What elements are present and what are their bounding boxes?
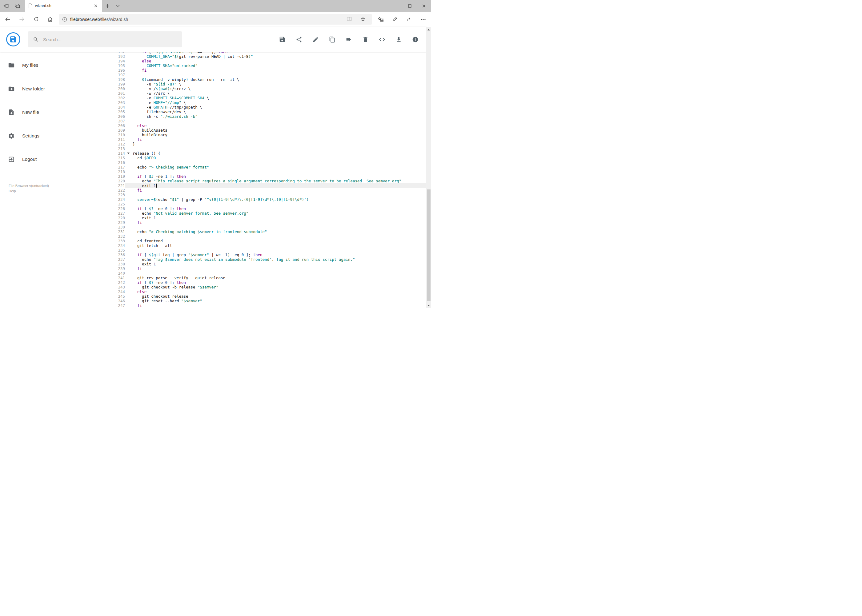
- code-line[interactable]: 199 -u "$(id -u)" \: [88, 82, 426, 86]
- code-line[interactable]: 224 semver=$(echo "$1" | grep -P '^v(0|[…: [88, 197, 426, 202]
- code-line[interactable]: 214release () {: [88, 151, 426, 156]
- code-line[interactable]: 216: [88, 160, 426, 165]
- code-line[interactable]: 241 git rev-parse --verify --quiet relea…: [88, 275, 426, 280]
- code-line[interactable]: 205 filebrowser/dev \: [88, 110, 426, 114]
- browser-tab[interactable]: wizard.sh: [25, 0, 102, 12]
- code-line[interactable]: 219 if [ $# -ne 1 ]; then: [88, 174, 426, 179]
- info-button[interactable]: [411, 36, 419, 43]
- code-line[interactable]: 200 -v /$(pwd):/src:z \: [88, 86, 426, 91]
- forward-icon[interactable]: [15, 12, 29, 27]
- tab-list-chevron-icon[interactable]: [113, 0, 123, 12]
- tab-close-icon[interactable]: [92, 4, 99, 7]
- code-editor[interactable]: 192 if [ "$(git status -s)" == "" ]; the…: [88, 52, 426, 308]
- scrollbar-thumb[interactable]: [427, 189, 430, 301]
- tabs-set-aside-icon[interactable]: [3, 3, 9, 9]
- site-info-icon[interactable]: [62, 17, 67, 22]
- code-line[interactable]: 227 echo "Not valid semver format. See s…: [88, 211, 426, 215]
- code-line[interactable]: 193 COMMIT_SHA="$(git rev-parse HEAD | c…: [88, 54, 426, 59]
- scroll-up-icon[interactable]: [426, 27, 431, 32]
- sidebar-item-new-folder[interactable]: New folder: [0, 77, 88, 101]
- code-line[interactable]: 246 git reset --hard "$semver": [88, 299, 426, 303]
- code-line[interactable]: 212}: [88, 142, 426, 146]
- code-line[interactable]: 217 echo "> Checking semver format": [88, 165, 426, 170]
- sidebar-item-my-files[interactable]: My files: [0, 53, 88, 77]
- minimize-button[interactable]: [388, 0, 403, 12]
- edit-button[interactable]: [312, 36, 319, 43]
- search-box[interactable]: [28, 31, 182, 47]
- code-line[interactable]: 201 -w //src \: [88, 91, 426, 96]
- code-line[interactable]: 192 if [ "$(git status -s)" == "" ]; the…: [88, 52, 426, 54]
- code-line[interactable]: 236 if [ $(git tag | grep "$semver" | wc…: [88, 253, 426, 257]
- code-line[interactable]: 208 else: [88, 123, 426, 128]
- code-line[interactable]: 197: [88, 72, 426, 77]
- share-page-icon[interactable]: [402, 12, 416, 27]
- code-line[interactable]: 223: [88, 193, 426, 197]
- search-input[interactable]: [43, 37, 177, 42]
- sidebar-item-logout[interactable]: Logout: [0, 148, 88, 171]
- address-bar[interactable]: filebrowser.web/files/wizard.sh: [59, 14, 372, 25]
- code-line[interactable]: 207: [88, 119, 426, 123]
- move-button[interactable]: [345, 36, 352, 43]
- maximize-button[interactable]: [403, 0, 417, 12]
- code-line[interactable]: 225: [88, 202, 426, 206]
- tab-preview-icon[interactable]: [14, 3, 20, 9]
- code-line[interactable]: 218: [88, 170, 426, 174]
- code-line[interactable]: 221 exit 1: [88, 183, 426, 188]
- code-line[interactable]: 230: [88, 225, 426, 229]
- code-line[interactable]: 226 if [ $? -ne 0 ]; then: [88, 206, 426, 211]
- code-line[interactable]: 210 buildBinary: [88, 132, 426, 137]
- save-button[interactable]: [279, 36, 286, 43]
- reading-view-icon[interactable]: [344, 16, 355, 22]
- download-button[interactable]: [395, 36, 402, 43]
- code-line[interactable]: 234 git fetch --all: [88, 243, 426, 248]
- code-line[interactable]: 194 else: [88, 59, 426, 63]
- share-button[interactable]: [295, 36, 303, 43]
- code-line[interactable]: 195 COMMIT_SHA="untracked": [88, 63, 426, 68]
- page-scrollbar[interactable]: [426, 27, 431, 308]
- code-line[interactable]: 229 fi: [88, 220, 426, 225]
- code-line[interactable]: 243 git checkout -b release "$semver": [88, 285, 426, 289]
- code-line[interactable]: 240: [88, 271, 426, 275]
- delete-button[interactable]: [362, 36, 369, 43]
- code-line[interactable]: 203 -e HOME="//tmp" \: [88, 100, 426, 105]
- code-line[interactable]: 228 exit 1: [88, 215, 426, 220]
- hub-favorites-icon[interactable]: [373, 12, 388, 27]
- code-line[interactable]: 209 buildAssets: [88, 128, 426, 132]
- sidebar-item-settings[interactable]: Settings: [0, 124, 88, 148]
- sidebar-item-new-file[interactable]: New file: [0, 101, 88, 124]
- new-tab-button[interactable]: [102, 0, 113, 12]
- code-line[interactable]: 247 fi: [88, 303, 426, 308]
- web-note-pen-icon[interactable]: [388, 12, 402, 27]
- code-line[interactable]: 233 cd frontend: [88, 239, 426, 243]
- code-view-button[interactable]: [378, 36, 386, 43]
- code-line[interactable]: 232: [88, 234, 426, 239]
- code-line[interactable]: 196 fi: [88, 68, 426, 72]
- code-line[interactable]: 202 -e COMMIT_SHA=$COMMIT_SHA \: [88, 96, 426, 100]
- code-line[interactable]: 238 exit 1: [88, 262, 426, 266]
- code-line[interactable]: 211 fi: [88, 137, 426, 142]
- code-line[interactable]: 237 echo "Tag $semver does not exist in …: [88, 257, 426, 262]
- code-line[interactable]: 198 $(command -v winpty) docker run --rm…: [88, 77, 426, 82]
- back-icon[interactable]: [1, 12, 15, 27]
- home-icon[interactable]: [43, 12, 57, 27]
- copy-button[interactable]: [328, 36, 336, 43]
- code-line[interactable]: 239 fi: [88, 266, 426, 271]
- code-line[interactable]: 222 fi: [88, 188, 426, 193]
- code-line[interactable]: 231 echo "> Checking matching $semver in…: [88, 229, 426, 234]
- app-version-link[interactable]: File Browser v(untracked): [9, 183, 88, 189]
- close-button[interactable]: [417, 0, 431, 12]
- help-link[interactable]: Help: [9, 189, 88, 194]
- fold-marker-icon[interactable]: [127, 152, 129, 154]
- code-line[interactable]: 215 cd $REPO: [88, 156, 426, 160]
- more-menu-icon[interactable]: [416, 12, 430, 27]
- code-line[interactable]: 235: [88, 248, 426, 253]
- code-line[interactable]: 213: [88, 146, 426, 151]
- code-line[interactable]: 242 if [ $? -ne 0 ]; then: [88, 280, 426, 285]
- code-line[interactable]: 220 echo "This release script requires a…: [88, 179, 426, 183]
- code-line[interactable]: 244 else: [88, 289, 426, 294]
- favorite-star-icon[interactable]: [357, 16, 369, 22]
- code-line[interactable]: 206 sh -c "./wizard.sh -b": [88, 114, 426, 119]
- scroll-down-icon[interactable]: [426, 303, 431, 308]
- code-line[interactable]: 245 git checkout release: [88, 294, 426, 299]
- filebrowser-logo[interactable]: [6, 32, 20, 46]
